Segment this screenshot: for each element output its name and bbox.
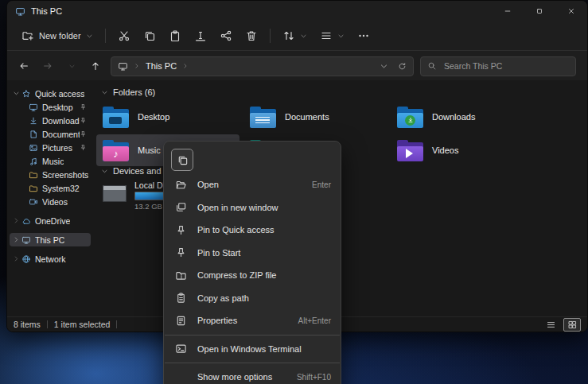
chevron-down-icon <box>86 33 93 40</box>
forward-button[interactable] <box>39 57 56 75</box>
chevron-right-icon <box>13 236 20 243</box>
pin-icon <box>80 130 87 138</box>
delete-button[interactable] <box>239 24 264 48</box>
view-button[interactable] <box>313 24 351 48</box>
computer-icon <box>21 235 31 245</box>
copy-button[interactable] <box>137 24 162 48</box>
back-icon <box>18 60 29 72</box>
quick-copy-button[interactable] <box>171 149 193 171</box>
sort-icon <box>282 29 295 42</box>
download-icon <box>29 116 38 126</box>
network-icon <box>21 254 31 264</box>
search-icon <box>427 61 437 71</box>
sidebar-item-downloads[interactable]: Downloads <box>10 114 91 127</box>
share-icon <box>220 29 232 42</box>
menu-item-pin-quick-access[interactable]: Pin to Quick access <box>164 219 341 242</box>
close-button[interactable] <box>555 1 587 21</box>
sidebar-item-music[interactable]: Music <box>10 154 91 168</box>
folder-tile-documents[interactable]: Documents <box>243 101 387 133</box>
chevron-down-icon <box>300 33 307 40</box>
toolbar-separator <box>105 29 106 43</box>
pin-icon <box>80 103 87 111</box>
address-bar[interactable]: This PC <box>111 56 414 76</box>
cut-button[interactable] <box>111 24 137 48</box>
sort-button[interactable] <box>276 24 313 48</box>
rename-button[interactable] <box>188 24 213 48</box>
context-menu-quick-actions <box>164 146 341 173</box>
monitor-icon <box>118 61 128 72</box>
menu-item-open-new-window[interactable]: Open in new window <box>164 196 341 219</box>
up-button[interactable] <box>87 57 104 75</box>
copy-icon <box>177 154 189 166</box>
maximize-icon <box>535 7 543 15</box>
details-view-button[interactable] <box>543 319 559 331</box>
recent-locations-button[interactable] <box>63 57 80 75</box>
chevron-right-icon <box>13 255 20 262</box>
details-view-icon <box>546 320 556 330</box>
desktop-folder-icon <box>103 107 129 128</box>
open-icon <box>175 179 187 191</box>
videos-folder-icon <box>397 140 423 161</box>
paste-icon <box>169 29 181 42</box>
menu-item-open-windows-terminal[interactable]: Open in Windows Terminal <box>164 338 341 361</box>
status-separator <box>116 320 117 328</box>
sidebar-item-videos[interactable]: Videos <box>10 195 91 208</box>
folder-tile-videos[interactable]: Videos <box>391 134 534 166</box>
share-button[interactable] <box>213 24 239 48</box>
forward-icon <box>42 60 53 72</box>
new-folder-button[interactable]: New folder <box>15 24 99 48</box>
sidebar-item-quick-access[interactable]: Quick access <box>10 87 91 100</box>
copy-path-icon <box>175 292 187 304</box>
pin-icon <box>80 144 87 151</box>
thumbnails-view-icon <box>567 320 578 330</box>
download-arrow-icon <box>407 117 414 123</box>
new-window-icon <box>175 201 187 213</box>
breadcrumb-separator-icon <box>182 63 189 69</box>
menu-item-properties[interactable]: Properties Alt+Enter <box>164 309 341 332</box>
document-icon <box>29 130 38 139</box>
music-folder-icon: ♪ <box>103 140 129 161</box>
thumbnails-view-button[interactable] <box>563 318 581 332</box>
properties-icon <box>175 315 187 327</box>
search-box[interactable] <box>420 56 576 76</box>
paste-button[interactable] <box>162 24 188 48</box>
picture-icon <box>29 143 38 153</box>
back-button[interactable] <box>15 57 33 75</box>
breadcrumb-separator-icon <box>134 63 140 69</box>
minimize-button[interactable] <box>492 1 524 21</box>
breadcrumb[interactable]: This PC <box>146 61 177 71</box>
menu-item-open[interactable]: Open Enter <box>164 173 341 196</box>
sidebar-item-system32[interactable]: System32 <box>10 181 91 195</box>
monitor-icon <box>29 103 38 112</box>
sidebar-item-this-pc[interactable]: This PC <box>10 233 91 246</box>
menu-item-copy-as-path[interactable]: Copy as path <box>164 287 341 310</box>
selection-count: 1 item selected <box>54 320 111 329</box>
folder-icon <box>29 170 38 180</box>
sidebar-item-onedrive[interactable]: OneDrive <box>10 214 91 227</box>
zip-icon <box>175 270 187 281</box>
folder-tile-desktop[interactable]: Desktop <box>96 101 239 133</box>
sidebar-item-pictures[interactable]: Pictures <box>10 141 91 154</box>
folder-tile-downloads[interactable]: Downloads <box>391 101 534 133</box>
pin-icon <box>80 117 87 124</box>
delete-icon <box>245 29 258 42</box>
maximize-button[interactable] <box>524 1 555 21</box>
more-options-icon <box>357 29 370 42</box>
folders-section-header[interactable]: Folders (6) <box>101 87 155 97</box>
menu-item-compress-zip[interactable]: Compress to ZIP file <box>164 264 341 287</box>
more-options-button[interactable] <box>351 24 376 48</box>
sidebar-item-network[interactable]: Network <box>10 252 91 266</box>
sidebar-item-screenshots[interactable]: Screenshots <box>10 168 91 181</box>
up-icon <box>90 60 101 72</box>
chevron-down-icon <box>13 90 20 97</box>
copy-icon <box>143 29 156 42</box>
refresh-icon[interactable] <box>398 62 407 71</box>
search-input[interactable] <box>442 60 569 72</box>
address-dropdown-icon[interactable] <box>380 62 388 71</box>
menu-item-show-more-options[interactable]: Show more options Shift+F10 <box>164 366 341 384</box>
sidebar-item-desktop[interactable]: Desktop <box>10 100 91 114</box>
menu-item-pin-to-start[interactable]: Pin to Start <box>164 242 341 265</box>
sidebar-item-documents[interactable]: Documents <box>10 127 91 141</box>
new-folder-icon <box>21 29 34 42</box>
cloud-icon <box>21 216 31 226</box>
